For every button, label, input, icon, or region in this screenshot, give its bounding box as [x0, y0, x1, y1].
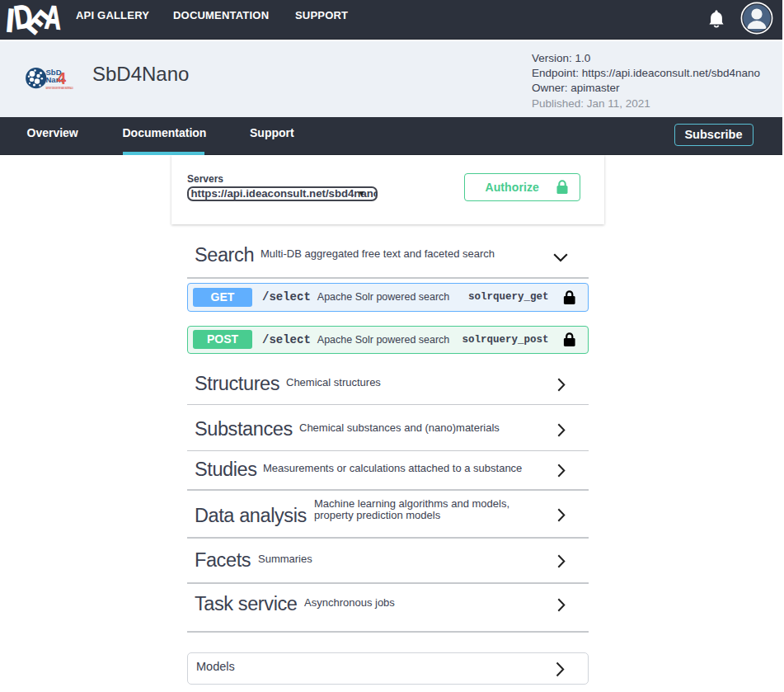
- svg-text:A: A: [44, 0, 63, 35]
- svg-text:4: 4: [57, 69, 67, 87]
- svg-text:SAFE BY DESIGN FOR NANO MATERI: SAFE BY DESIGN FOR NANO MATERIALS: [46, 87, 73, 90]
